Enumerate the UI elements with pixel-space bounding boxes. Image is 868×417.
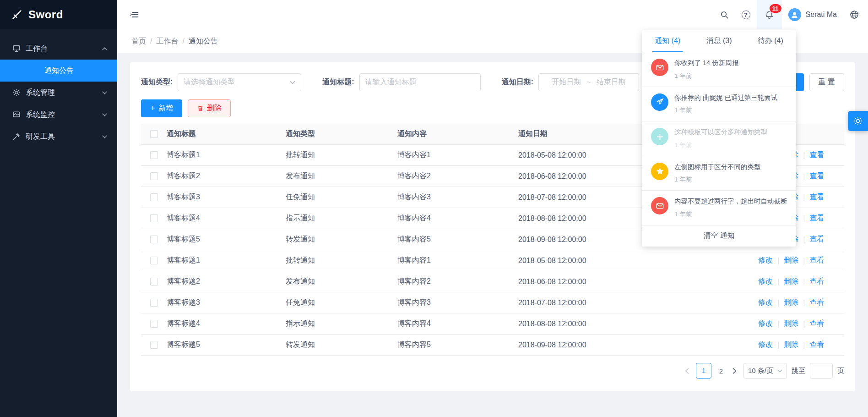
settings-gear-button[interactable] xyxy=(848,111,868,131)
cell-title: 博客标题2 xyxy=(167,277,286,286)
next-page-button[interactable] xyxy=(731,368,739,374)
select-all-checkbox[interactable] xyxy=(150,130,158,138)
sidebar-item-label: 研发工具 xyxy=(26,132,55,142)
page-2-button[interactable]: 2 xyxy=(716,367,726,375)
row-checkbox[interactable] xyxy=(150,151,158,159)
row-checkbox[interactable] xyxy=(150,172,158,180)
action-separator: | xyxy=(777,320,779,328)
chevron-down-icon xyxy=(290,81,295,84)
row-checkbox[interactable] xyxy=(150,341,158,349)
monitor-icon xyxy=(12,44,21,53)
help-button[interactable]: ? xyxy=(735,0,757,29)
action-view[interactable]: 查看 xyxy=(809,235,824,244)
notification-dropdown: 通知 (4) 消息 (3) 待办 (4) 你收到了 14 份新周报 1 年前 你… xyxy=(642,30,796,247)
sidebar-item-workbench[interactable]: 工作台 xyxy=(0,38,117,60)
tab-notifications[interactable]: 通知 (4) xyxy=(642,30,693,52)
action-edit[interactable]: 修改 xyxy=(758,277,773,286)
row-checkbox[interactable] xyxy=(150,278,158,285)
cell-content: 博客内容1 xyxy=(397,256,518,265)
tab-messages[interactable]: 消息 (3) xyxy=(693,30,744,52)
notifications-button[interactable]: 11 xyxy=(757,0,782,29)
jump-page-input[interactable] xyxy=(810,363,833,379)
sidebar-item-notice[interactable]: 通知公告 xyxy=(0,60,117,82)
date-range-picker[interactable]: 开始日期 ~ 结束日期 xyxy=(538,73,639,91)
add-button[interactable]: + 新增 xyxy=(141,99,182,117)
action-delete[interactable]: 删除 xyxy=(784,298,798,307)
action-view[interactable]: 查看 xyxy=(809,171,824,181)
action-view[interactable]: 查看 xyxy=(809,256,824,265)
action-delete[interactable]: 删除 xyxy=(784,340,798,350)
row-checkbox[interactable] xyxy=(150,214,158,222)
action-view[interactable]: 查看 xyxy=(809,150,824,160)
notification-item[interactable]: 你收到了 14 份新周报 1 年前 xyxy=(642,52,796,87)
user-menu[interactable]: Serati Ma xyxy=(782,0,843,29)
filter-type-group: 通知类型: 请选择通知类型 xyxy=(141,73,301,91)
action-edit[interactable]: 修改 xyxy=(758,319,773,329)
notification-item[interactable]: 左侧图标用于区分不同的类型 1 年前 xyxy=(642,156,796,191)
input-placeholder: 请输入通知标题 xyxy=(365,77,417,87)
notification-title: 你推荐的 曲妮妮 已通过第三轮面试 xyxy=(674,93,778,103)
action-edit[interactable]: 修改 xyxy=(758,298,773,307)
notice-type-select[interactable]: 请选择通知类型 xyxy=(178,73,301,91)
notice-title-input[interactable]: 请输入通知标题 xyxy=(359,73,481,91)
notification-item[interactable]: 你推荐的 曲妮妮 已通过第三轮面试 1 年前 xyxy=(642,87,796,122)
prev-page-button[interactable] xyxy=(683,368,691,374)
cell-content: 博客内容3 xyxy=(397,298,518,307)
action-separator: | xyxy=(803,214,805,223)
cell-content: 博客内容4 xyxy=(397,214,518,223)
delete-button[interactable]: 删除 xyxy=(188,99,231,117)
globe-icon xyxy=(850,10,859,19)
cell-type: 转发通知 xyxy=(286,235,397,244)
action-separator: | xyxy=(777,278,779,286)
action-view[interactable]: 查看 xyxy=(809,319,824,329)
clear-notifications-button[interactable]: 清空 通知 xyxy=(642,225,796,247)
action-view[interactable]: 查看 xyxy=(809,214,824,223)
cell-date: 2018-06-08 12:00:00 xyxy=(518,278,751,286)
language-button[interactable] xyxy=(843,0,865,29)
delete-label: 删除 xyxy=(207,104,222,113)
sidebar-item-label: 系统监控 xyxy=(26,110,55,120)
action-edit[interactable]: 修改 xyxy=(758,340,773,350)
notification-time: 1 年前 xyxy=(674,106,778,115)
notification-item[interactable]: 内容不要超过两行字，超出时自动截断 1 年前 xyxy=(642,191,796,225)
action-delete[interactable]: 删除 xyxy=(784,277,798,286)
reset-button[interactable]: 重 置 xyxy=(809,73,844,91)
cell-content: 博客内容5 xyxy=(397,340,518,350)
sidebar-menu: 工作台 通知公告 系统管理 xyxy=(0,29,117,148)
sidebar-item-dev-tools[interactable]: 研发工具 xyxy=(0,126,117,148)
action-delete[interactable]: 删除 xyxy=(784,256,798,265)
row-checkbox[interactable] xyxy=(150,257,158,264)
cell-title: 博客标题3 xyxy=(167,298,286,307)
page-1-button[interactable]: 1 xyxy=(696,363,711,379)
row-checkbox[interactable] xyxy=(150,193,158,201)
page-size-value: 10 条/页 xyxy=(748,367,773,375)
search-button[interactable] xyxy=(714,0,735,29)
notification-title: 这种模板可以区分多种通知类型 xyxy=(674,128,767,137)
page-unit-label: 页 xyxy=(837,367,844,375)
breadcrumb-workbench[interactable]: 工作台 xyxy=(156,37,178,46)
action-edit[interactable]: 修改 xyxy=(758,256,773,265)
app-logo[interactable]: Sword xyxy=(0,0,117,29)
row-checkbox[interactable] xyxy=(150,299,158,307)
row-checkbox[interactable] xyxy=(150,236,158,243)
action-view[interactable]: 查看 xyxy=(809,298,824,307)
filter-date-group: 通知日期: 开始日期 ~ 结束日期 xyxy=(502,73,639,91)
action-view[interactable]: 查看 xyxy=(809,192,824,202)
table-row: 博客标题5 转发通知 博客内容5 2018-09-08 12:00:00 修改 … xyxy=(141,335,844,356)
action-view[interactable]: 查看 xyxy=(809,340,824,350)
date-tilde: ~ xyxy=(586,78,591,87)
action-separator: | xyxy=(803,320,805,328)
notification-item-read[interactable]: 这种模板可以区分多种通知类型 1 年前 xyxy=(642,121,796,156)
action-view[interactable]: 查看 xyxy=(809,277,824,286)
row-checkbox[interactable] xyxy=(150,320,158,328)
breadcrumb-home[interactable]: 首页 xyxy=(131,37,146,46)
action-delete[interactable]: 删除 xyxy=(784,319,798,329)
sidebar-item-system-monitoring[interactable]: 系统监控 xyxy=(0,104,117,126)
collapse-sidebar-button[interactable] xyxy=(125,5,145,24)
action-separator: | xyxy=(803,341,805,349)
cell-title: 博客标题5 xyxy=(167,235,286,244)
cell-type: 任免通知 xyxy=(286,298,397,307)
tab-todos[interactable]: 待办 (4) xyxy=(745,30,796,52)
page-size-select[interactable]: 10 条/页 xyxy=(743,363,787,379)
sidebar-item-system-management[interactable]: 系统管理 xyxy=(0,82,117,104)
